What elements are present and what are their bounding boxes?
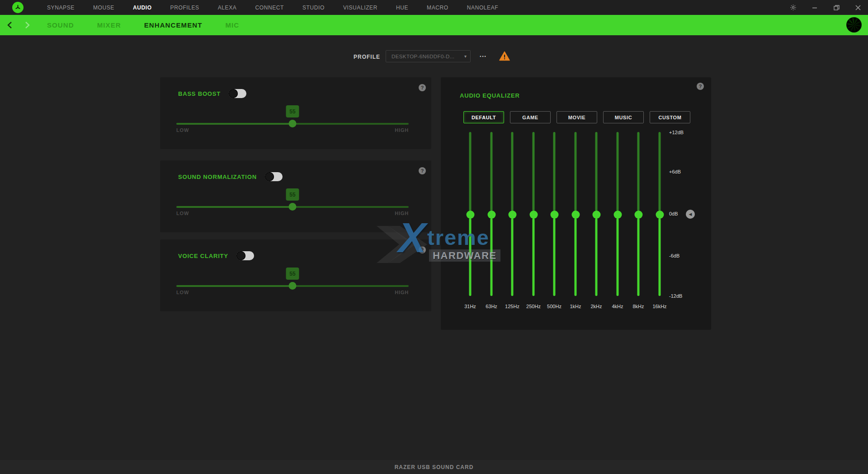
eq-track-upper xyxy=(511,132,514,211)
eq-slider[interactable] xyxy=(533,132,535,296)
sound-normalization-slider[interactable]: 55 xyxy=(176,205,409,209)
eq-track-lower xyxy=(617,218,619,296)
toggle-knob xyxy=(265,172,274,181)
menu-item-synapse[interactable]: SYNAPSE xyxy=(47,5,75,11)
eq-slider[interactable] xyxy=(659,132,661,296)
tab-mixer[interactable]: MIXER xyxy=(97,21,121,29)
eq-slider[interactable] xyxy=(511,132,514,296)
slider-track-filled xyxy=(176,206,292,208)
eq-slider[interactable] xyxy=(575,132,577,296)
eq-slider[interactable] xyxy=(637,132,640,296)
tab-sound[interactable]: SOUND xyxy=(47,21,74,29)
eq-slider[interactable] xyxy=(491,132,493,296)
tab-enhancement[interactable]: ENHANCEMENT xyxy=(144,21,203,29)
sound-normalization-toggle[interactable] xyxy=(265,172,283,181)
slider-low-label: LOW xyxy=(176,211,189,216)
eq-slider[interactable] xyxy=(469,132,472,296)
eq-track-lower xyxy=(595,218,598,296)
bass-boost-toggle[interactable] xyxy=(229,89,246,98)
settings-gear-icon[interactable] xyxy=(789,4,797,12)
menu-item-hue[interactable]: HUE xyxy=(396,5,408,11)
eq-slider-thumb[interactable] xyxy=(592,211,600,219)
eq-slider-thumb[interactable] xyxy=(466,211,474,219)
razer-logo-icon[interactable] xyxy=(12,2,24,13)
menu-item-mouse[interactable]: MOUSE xyxy=(93,5,114,11)
slider-thumb[interactable] xyxy=(289,282,297,290)
eq-slider-thumb[interactable] xyxy=(656,211,664,219)
slider-thumb[interactable] xyxy=(289,203,297,211)
menu-item-alexa[interactable]: ALEXA xyxy=(218,5,237,11)
eq-band-8khz: 8kHz xyxy=(628,132,649,317)
voice-clarity-toggle[interactable] xyxy=(236,251,254,260)
eq-track-upper xyxy=(553,132,556,211)
preset-music[interactable]: MUSIC xyxy=(603,111,644,123)
eq-track-upper xyxy=(491,132,493,211)
slider-value-badge: 55 xyxy=(286,268,299,280)
eq-band-31hz: 31Hz xyxy=(460,132,481,317)
voice-clarity-card: VOICE CLARITY ? 55 LOW HIGH xyxy=(160,239,431,311)
eq-slider[interactable] xyxy=(617,132,619,296)
menu-item-nanoleaf[interactable]: NANOLEAF xyxy=(467,5,498,11)
menu-item-audio[interactable]: AUDIO xyxy=(133,5,152,11)
eq-band-500hz: 500Hz xyxy=(544,132,565,317)
eq-track-lower xyxy=(575,218,577,296)
eq-band-label: 31Hz xyxy=(464,304,476,309)
profile-dropdown[interactable]: DESKTOP-6N6DDF0-D... ▾ xyxy=(386,50,471,62)
eq-track-upper xyxy=(575,132,577,211)
voice-clarity-slider[interactable]: 55 xyxy=(176,284,409,288)
menu-item-profiles[interactable]: PROFILES xyxy=(170,5,199,11)
close-icon[interactable] xyxy=(854,4,862,12)
slider-track-empty xyxy=(292,123,409,125)
eq-slider-thumb[interactable] xyxy=(634,211,642,219)
menu-item-studio[interactable]: STUDIO xyxy=(302,5,325,11)
help-icon[interactable]: ? xyxy=(419,167,426,174)
tab-mic[interactable]: MIC xyxy=(225,21,239,29)
eq-band-4khz: 4kHz xyxy=(607,132,628,317)
eq-band-label: 2kHz xyxy=(590,304,602,309)
profile-more-button[interactable]: ••• xyxy=(476,50,491,62)
title-bar: SYNAPSE MOUSE AUDIO PROFILES ALEXA CONNE… xyxy=(0,0,868,15)
help-icon[interactable]: ? xyxy=(697,83,704,90)
toggle-knob xyxy=(236,251,245,260)
menu-item-connect[interactable]: CONNECT xyxy=(255,5,284,11)
preset-default[interactable]: DEFAULT xyxy=(463,111,504,123)
eq-slider-thumb[interactable] xyxy=(613,211,622,219)
bass-boost-slider[interactable]: 55 xyxy=(176,122,409,126)
user-avatar[interactable] xyxy=(846,17,862,33)
preset-movie[interactable]: MOVIE xyxy=(557,111,597,123)
slider-low-label: LOW xyxy=(176,127,189,133)
db-label-minus6: -6dB xyxy=(669,253,679,258)
warning-icon[interactable] xyxy=(499,51,510,61)
back-arrow-icon[interactable] xyxy=(6,21,14,29)
eq-slider-thumb[interactable] xyxy=(487,211,495,219)
slider-high-label: HIGH xyxy=(395,211,409,216)
eq-slider-thumb[interactable] xyxy=(571,211,580,219)
slider-thumb[interactable] xyxy=(289,120,297,127)
restore-window-icon[interactable] xyxy=(832,4,840,12)
eq-slider-thumb[interactable] xyxy=(529,211,538,219)
eq-collapse-button[interactable]: ◀ xyxy=(686,210,695,219)
menu-item-macro[interactable]: MACRO xyxy=(427,5,448,11)
sound-normalization-title: SOUND NORMALIZATION xyxy=(178,174,257,180)
eq-slider[interactable] xyxy=(595,132,598,296)
slider-high-label: HIGH xyxy=(395,127,409,133)
eq-band-63hz: 63Hz xyxy=(481,132,502,317)
minimize-icon[interactable] xyxy=(811,4,819,12)
preset-custom[interactable]: CUSTOM xyxy=(650,111,690,123)
preset-game[interactable]: GAME xyxy=(510,111,551,123)
eq-band-label: 125Hz xyxy=(505,304,519,309)
help-icon[interactable]: ? xyxy=(419,84,426,91)
eq-slider[interactable] xyxy=(553,132,556,296)
eq-slider-thumb[interactable] xyxy=(508,211,516,219)
eq-band-label: 500Hz xyxy=(547,304,561,309)
forward-arrow-icon[interactable] xyxy=(24,21,31,29)
equalizer-presets: DEFAULT GAME MOVIE MUSIC CUSTOM xyxy=(463,111,690,123)
menu-item-visualizer[interactable]: VISUALIZER xyxy=(343,5,377,11)
eq-band-label: 1kHz xyxy=(570,304,581,309)
eq-track-upper xyxy=(659,132,661,211)
eq-track-lower xyxy=(637,218,640,296)
sub-nav-bar: SOUND MIXER ENHANCEMENT MIC xyxy=(0,15,868,35)
eq-slider-thumb[interactable] xyxy=(550,211,558,219)
audio-tabs: SOUND MIXER ENHANCEMENT MIC xyxy=(47,15,239,35)
help-icon[interactable]: ? xyxy=(419,246,426,253)
